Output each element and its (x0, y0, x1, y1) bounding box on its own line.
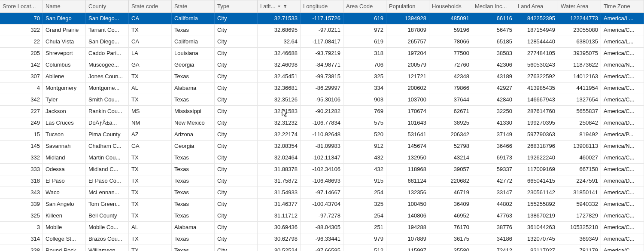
column-header-area_code[interactable]: Area Code (343, 0, 386, 12)
cell-latitude[interactable]: 32.31232 (258, 117, 301, 129)
cell-median_inc[interactable]: 47763 (472, 210, 515, 221)
cell-households[interactable]: 46719 (429, 187, 472, 198)
cell-county[interactable]: San Diego... (86, 13, 129, 24)
cell-type[interactable]: City (215, 106, 258, 117)
cell-name[interactable]: El Paso (43, 175, 86, 187)
cell-county[interactable]: DoÃƒÂ±a... (86, 117, 129, 129)
cell-state_code[interactable]: AZ (129, 129, 172, 140)
cell-time_zone[interactable]: America/C... (601, 83, 644, 94)
cell-latitude[interactable]: 30.52524 (258, 245, 301, 251)
cell-store_loc[interactable]: 322 (0, 24, 43, 36)
cell-state[interactable]: Georgia (172, 141, 215, 152)
cell-area_code[interactable]: 520 (343, 129, 386, 140)
data-grid[interactable]: Store Locat...NameCountyState codeStateT… (0, 0, 644, 251)
cell-time_zone[interactable]: America/C... (601, 94, 644, 105)
cell-store_loc[interactable]: 145 (0, 141, 43, 152)
cell-county[interactable]: Chatham C... (86, 141, 129, 152)
cell-state_code[interactable]: NM (129, 117, 172, 129)
cell-county[interactable]: San Diego... (86, 36, 129, 47)
cell-land_area[interactable]: 361044263 (515, 222, 558, 233)
cell-water_area[interactable]: 31850141 (558, 187, 601, 198)
cell-time_zone[interactable]: America/C... (601, 71, 644, 82)
cell-households[interactable]: 35580 (429, 245, 472, 251)
cell-median_inc[interactable]: 44802 (472, 199, 515, 210)
cell-type[interactable]: City (215, 245, 258, 251)
cell-latitude[interactable]: 30.62798 (258, 233, 301, 245)
cell-water_area[interactable]: 2247591 (558, 175, 601, 187)
cell-longitude[interactable]: -110.92648 (301, 129, 343, 140)
cell-latitude[interactable]: 32.35126 (258, 94, 301, 105)
cell-name[interactable]: Midland (43, 152, 86, 163)
cell-name[interactable]: Tucson (43, 129, 86, 140)
cell-land_area[interactable]: 132070745 (515, 233, 558, 245)
cell-store_loc[interactable]: 70 (0, 13, 43, 24)
cell-households[interactable]: 78066 (429, 36, 472, 47)
cell-longitude[interactable]: -97.0211 (301, 24, 343, 36)
cell-population[interactable]: 132356 (386, 187, 429, 198)
cell-store_loc[interactable]: 227 (0, 106, 43, 117)
column-header-store_loc[interactable]: Store Locat... (0, 0, 43, 12)
cell-water_area[interactable]: 6380135 (558, 36, 601, 47)
cell-state[interactable]: Texas (172, 24, 215, 36)
cell-households[interactable]: 37644 (429, 94, 472, 105)
cell-store_loc[interactable]: 142 (0, 59, 43, 70)
cell-state[interactable]: California (172, 13, 215, 24)
cell-type[interactable]: City (215, 199, 258, 210)
cell-longitude[interactable]: -86.29997 (301, 83, 343, 94)
cell-households[interactable]: 46952 (429, 210, 472, 221)
cell-county[interactable]: Pima County (86, 129, 129, 140)
cell-state[interactable]: Texas (172, 199, 215, 210)
cell-land_area[interactable]: 92117027 (515, 245, 558, 251)
cell-area_code[interactable]: 512 (343, 245, 386, 251)
cell-county[interactable]: Jones Coun... (86, 71, 129, 82)
table-row[interactable]: 333OdessaMidland C...TXTexasCity31.88378… (0, 164, 644, 175)
cell-longitude[interactable]: -88.04305 (301, 222, 343, 233)
cell-population[interactable]: 531641 (386, 129, 429, 140)
cell-latitude[interactable]: 32.22174 (258, 129, 301, 140)
table-row[interactable]: 227JacksonRankin Cou...MSMississippiCity… (0, 106, 644, 117)
cell-type[interactable]: City (215, 222, 258, 233)
cell-population[interactable]: 200602 (386, 83, 429, 94)
cell-land_area[interactable]: 199270395 (515, 117, 558, 129)
cell-median_inc[interactable]: 65185 (472, 36, 515, 47)
cell-water_area[interactable]: 781179 (558, 245, 601, 251)
cell-land_area[interactable]: 146667943 (515, 94, 558, 105)
cell-type[interactable]: City (215, 233, 258, 245)
cell-store_loc[interactable]: 325 (0, 210, 43, 221)
cell-state[interactable]: Texas (172, 210, 215, 221)
cell-water_area[interactable]: 4411954 (558, 83, 601, 94)
cell-state[interactable]: Alabama (172, 83, 215, 94)
cell-type[interactable]: City (215, 59, 258, 70)
cell-population[interactable]: 200579 (386, 59, 429, 70)
cell-area_code[interactable]: 915 (343, 175, 386, 187)
cell-state_code[interactable]: TX (129, 233, 172, 245)
cell-time_zone[interactable]: America/C... (601, 199, 644, 210)
cell-time_zone[interactable]: America/N... (601, 141, 644, 152)
cell-water_area[interactable]: 122244773 (558, 13, 601, 24)
cell-median_inc[interactable]: 43189 (472, 71, 515, 82)
cell-longitude[interactable]: -99.73815 (301, 71, 343, 82)
cell-store_loc[interactable]: 318 (0, 175, 43, 187)
table-row[interactable]: 205ShreveportCaddo Pari...LALouisianaCit… (0, 48, 644, 59)
cell-longitude[interactable]: -96.33441 (301, 233, 343, 245)
cell-longitude[interactable]: -106.48693 (301, 175, 343, 187)
cell-type[interactable]: City (215, 117, 258, 129)
cell-median_inc[interactable]: 42772 (472, 175, 515, 187)
cell-population[interactable]: 1394928 (386, 13, 429, 24)
cell-water_area[interactable]: 667150 (558, 164, 601, 175)
cell-time_zone[interactable]: America/L... (601, 36, 644, 47)
cell-time_zone[interactable]: America/L... (601, 13, 644, 24)
cell-state_code[interactable]: TX (129, 94, 172, 105)
cell-county[interactable]: Smith Cou... (86, 94, 129, 105)
column-header-state_code[interactable]: State code (129, 0, 172, 12)
cell-latitude[interactable]: 32.36681 (258, 83, 301, 94)
table-row[interactable]: 307AbileneJones Coun...TXTexasCity32.454… (0, 71, 644, 83)
column-header-households[interactable]: Households (429, 0, 472, 12)
cell-state[interactable]: California (172, 36, 215, 47)
cell-area_code[interactable]: 334 (343, 83, 386, 94)
cell-name[interactable]: Montgomery (43, 83, 86, 94)
table-row[interactable]: 4MontgomeryMontgome...ALAlabamaCity32.36… (0, 83, 644, 94)
cell-type[interactable]: City (215, 164, 258, 175)
cell-area_code[interactable]: 325 (343, 71, 386, 82)
cell-name[interactable]: San Diego (43, 13, 86, 24)
